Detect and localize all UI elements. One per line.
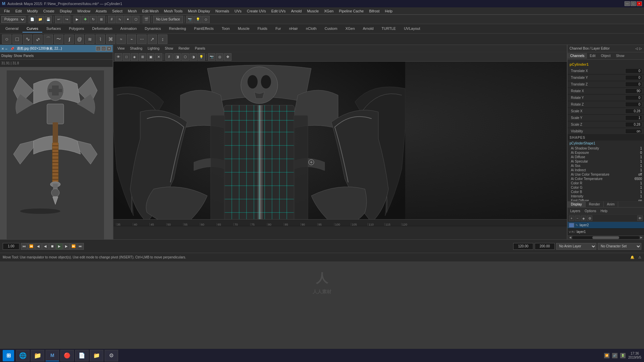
panel-maximize-btn[interactable]: □ [101,46,106,51]
shelf-circle[interactable]: ○ [2,35,11,44]
panel-minimize-btn[interactable]: – [96,46,101,51]
layer-tab-display[interactable]: Display [568,201,586,207]
menu-edit-mesh[interactable]: Edit Mesh [140,8,161,14]
tab-curves[interactable]: Curves [22,25,42,33]
menu-bifrost[interactable]: Bifrost [366,8,382,14]
menu-arnold[interactable]: Arnold [288,8,305,14]
vp-tb-pivot[interactable]: ✤ [224,53,231,61]
tab-muscle[interactable]: Muscle [234,25,254,33]
render-btn[interactable]: 🎬 [143,16,150,23]
sub-tab-options[interactable]: Options [583,209,598,213]
close-button[interactable]: ✕ [637,1,642,6]
minimize-button[interactable]: — [625,1,630,6]
shelf-tool6[interactable]: ↕ [158,35,167,44]
layer-tab-anim[interactable]: Anim [604,201,619,207]
vp-menu-show[interactable]: Show [162,46,176,51]
vp-tb-isolate[interactable]: ◎ [216,53,223,61]
taskbar-app-ie[interactable]: 🌐 [16,350,30,361]
cb-icon1[interactable]: ◁ [635,47,638,50]
menu-display[interactable]: Display [57,8,74,14]
menu-edit[interactable]: Edit [13,8,24,14]
shelf-square[interactable]: □ [12,35,22,44]
shelf-wave1[interactable]: 〜 [54,35,63,44]
image-viewer-collapse-icon[interactable]: – [4,47,9,51]
open-btn[interactable]: 📁 [37,16,44,23]
shelf-wave2[interactable]: ∫∫ [64,35,74,44]
panel-close-btn[interactable]: ✕ [107,46,111,51]
vp-tb-btn4[interactable]: ⊞ [139,53,146,61]
rotate-tool-btn[interactable]: ↻ [90,16,97,23]
anim-layer-dropdown[interactable]: No Anim Layer [556,243,596,250]
scroll-track[interactable] [572,236,639,239]
new-btn[interactable]: 📄 [29,16,36,23]
taskbar-app-explorer[interactable]: 📁 [31,350,44,361]
tab-painteffects[interactable]: PaintEffects [190,25,218,33]
shelf-tool4[interactable]: ⋯ [137,35,147,44]
poly-btn[interactable]: ◇ [202,16,210,23]
vp-tb-btn1[interactable]: 👁 [115,53,122,61]
menu-create-uvs[interactable]: Create UVs [244,8,269,14]
vp-menu-shading[interactable]: Shading [127,46,145,51]
taskbar-app-3[interactable]: 🔴 [60,350,74,361]
layer-options-btn[interactable]: ⚙ [587,216,592,221]
no-live-btn[interactable]: No Live Surface [153,16,183,23]
scroll-right-arrow[interactable]: ▶ [639,236,643,240]
translate-tool-btn[interactable]: ✛ [82,16,89,23]
shelf-spiral[interactable]: @ [75,35,84,44]
iv-show-btn[interactable]: Show [14,54,22,58]
select-tool-btn[interactable]: ▶ [73,16,81,23]
next-frame-btn[interactable]: ▶ [63,243,70,250]
shelf-arc1[interactable]: ⌒ [44,35,53,44]
vp-tb-btn5[interactable]: ▣ [147,53,154,61]
menu-mesh-tools[interactable]: Mesh Tools [161,8,185,14]
menu-select[interactable]: Select [109,8,125,14]
stop-btn[interactable]: ⏹ [49,243,56,250]
vp-menu-panels[interactable]: Panels [192,46,208,51]
snap-grid-btn[interactable]: # [108,16,115,23]
mode-dropdown[interactable]: Polygons [1,16,25,23]
cb-icon2[interactable]: ▷ [639,47,642,50]
scroll-thumb[interactable] [592,236,619,239]
vp-tb-shading[interactable]: ◨ [173,53,181,61]
menu-pipeline-cache[interactable]: Pipeline Cache [336,8,366,14]
vp-menu-render[interactable]: Render [176,46,192,51]
tab-uvlayout[interactable]: UVLayout [400,25,424,33]
layer-delete-btn[interactable]: − [575,216,580,221]
menu-xgen[interactable]: XGen [321,8,336,14]
menu-mesh-display[interactable]: Mesh Display [185,8,213,14]
tab-animation[interactable]: Animation [116,25,141,33]
vp-tb-wire[interactable]: ⬡ [181,53,189,61]
image-viewer-pin-icon[interactable]: 📌 [9,47,15,51]
cb-tab-object[interactable]: Object [598,53,613,59]
tab-arnold[interactable]: Arnold [359,25,378,33]
range-end-field[interactable] [535,243,555,250]
tab-custom[interactable]: Custom [321,25,341,33]
menu-normals[interactable]: Normals [213,8,232,14]
vp-tb-btn3[interactable]: ◈ [131,53,138,61]
play-back-btn[interactable]: ◀ [42,243,49,250]
menu-edit-uvs[interactable]: Edit UVs [269,8,288,14]
undo-btn[interactable]: ↩ [55,16,62,23]
iv-display-btn[interactable]: Display [1,54,12,58]
tab-rendering[interactable]: Rendering [165,25,190,33]
viewport-3d[interactable] [113,62,567,219]
right-scrollbar[interactable]: ◀ ▶ [568,235,644,239]
go-end-btn[interactable]: ⏭ [77,243,84,250]
prev-frame-btn[interactable]: ◀ [35,243,42,250]
shelf-bezier[interactable]: ⌇ [96,35,105,44]
tab-fluids[interactable]: Fluids [254,25,271,33]
layer1-visible[interactable]: V [569,230,571,234]
maximize-button[interactable]: □ [631,1,636,6]
menu-create[interactable]: Create [41,8,57,14]
taskbar-app-6[interactable]: ⚙ [105,350,118,361]
layer-tab-render[interactable]: Render [586,201,604,207]
sub-tab-help[interactable]: Help [598,209,609,213]
tab-dynamics[interactable]: Dynamics [141,25,165,33]
tab-fur[interactable]: Fur [271,25,285,33]
layer-show-all-btn[interactable]: 👁 [637,216,643,221]
layer2-color-swatch[interactable] [569,223,574,228]
play-fwd-btn[interactable]: ▶ [56,243,63,250]
menu-modify[interactable]: Modify [24,8,41,14]
snap-surface-btn[interactable]: ⬡ [132,16,140,23]
tab-polygons[interactable]: Polygons [65,25,88,33]
